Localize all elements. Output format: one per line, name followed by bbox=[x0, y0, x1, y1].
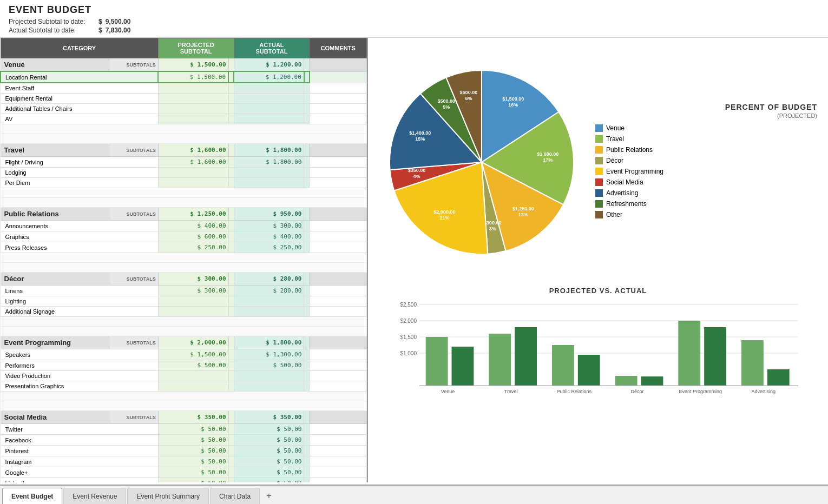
table-row[interactable]: LinkedIn $ 50.00 $ 50.00 bbox=[1, 478, 367, 483]
table-row[interactable]: Lighting bbox=[1, 296, 367, 307]
item-comments[interactable] bbox=[310, 424, 367, 435]
subtotals-label: SUBTOTALS bbox=[109, 336, 158, 349]
projected-header: PROJECTEDSUBTOTAL bbox=[158, 38, 234, 58]
table-row[interactable]: Facebook $ 50.00 $ 50.00 bbox=[1, 435, 367, 446]
table-row[interactable]: AV bbox=[1, 114, 367, 124]
tab-event-profit-summary[interactable]: Event Profit Summary bbox=[127, 488, 209, 504]
table-row[interactable]: Pinterest $ 50.00 $ 50.00 bbox=[1, 446, 367, 456]
item-comments[interactable] bbox=[310, 168, 367, 178]
table-row[interactable]: Flight / Driving $ 1,600.00 $ 1,800.00 bbox=[1, 157, 367, 168]
item-comments[interactable] bbox=[310, 221, 367, 231]
comments-cell[interactable] bbox=[310, 144, 367, 157]
spreadsheet[interactable]: CATEGORY PROJECTEDSUBTOTAL ACTUALSUBTOTA… bbox=[0, 38, 368, 482]
category-name: Travel bbox=[1, 144, 109, 157]
item-comments[interactable] bbox=[310, 83, 367, 94]
item-name: Lodging bbox=[1, 168, 158, 178]
tab-chart-data[interactable]: Chart Data bbox=[210, 488, 260, 504]
legend-item: Refreshments bbox=[595, 200, 817, 208]
legend-item: Event Programming bbox=[595, 168, 817, 175]
tab-event-revenue[interactable]: Event Revenue bbox=[63, 488, 126, 504]
blank-cell bbox=[1, 327, 367, 336]
tab-event-budget[interactable]: Event Budget bbox=[2, 488, 62, 504]
blank-row bbox=[1, 263, 367, 273]
item-actual-extra bbox=[304, 435, 310, 446]
item-comments[interactable] bbox=[310, 157, 367, 168]
table-row[interactable]: Speakers $ 1,500.00 $ 1,300.00 bbox=[1, 349, 367, 360]
blank-row bbox=[1, 401, 367, 411]
table-row[interactable]: Twitter $ 50.00 $ 50.00 bbox=[1, 424, 367, 435]
blank-row bbox=[1, 327, 367, 336]
item-comments[interactable] bbox=[310, 381, 367, 392]
item-projected-extra bbox=[228, 242, 234, 253]
item-actual-extra bbox=[304, 168, 310, 178]
comments-cell[interactable] bbox=[310, 58, 367, 72]
item-comments[interactable] bbox=[310, 242, 367, 253]
item-comments[interactable] bbox=[310, 456, 367, 467]
item-actual-extra bbox=[304, 221, 310, 231]
blank-row bbox=[1, 317, 367, 327]
item-comments[interactable] bbox=[310, 435, 367, 446]
projected-empty bbox=[228, 411, 234, 424]
table-row[interactable]: Event Staff bbox=[1, 83, 367, 94]
item-comments[interactable] bbox=[310, 104, 367, 114]
comments-cell[interactable] bbox=[310, 208, 367, 221]
item-projected: $ 400.00 bbox=[158, 221, 228, 231]
projected-subtotal-dollar: $ bbox=[98, 18, 102, 25]
actual-empty bbox=[304, 336, 310, 349]
item-comments[interactable] bbox=[310, 94, 367, 104]
table-row[interactable]: Additional Signage bbox=[1, 307, 367, 317]
item-actual-extra bbox=[304, 381, 310, 392]
table-row[interactable]: Announcements $ 400.00 $ 300.00 bbox=[1, 221, 367, 231]
table-row[interactable]: Graphics $ 600.00 $ 400.00 bbox=[1, 231, 367, 242]
table-row[interactable]: Video Production bbox=[1, 371, 367, 381]
projected-bar bbox=[426, 337, 448, 386]
table-row[interactable]: Lodging bbox=[1, 168, 367, 178]
item-actual bbox=[234, 94, 304, 104]
item-comments[interactable] bbox=[310, 478, 367, 483]
subtotal-row: Public Relations SUBTOTALS $ 1,250.00 $ … bbox=[1, 208, 367, 221]
item-comments[interactable] bbox=[310, 286, 367, 296]
comments-cell[interactable] bbox=[310, 411, 367, 424]
table-row[interactable]: Per Diem bbox=[1, 178, 367, 188]
item-comments[interactable] bbox=[310, 446, 367, 456]
item-comments[interactable] bbox=[310, 360, 367, 371]
table-row[interactable]: Presentation Graphics bbox=[1, 381, 367, 392]
item-actual: $ 1,200.00 bbox=[234, 71, 304, 83]
item-comments[interactable] bbox=[310, 71, 367, 83]
item-name: Per Diem bbox=[1, 178, 158, 188]
item-comments[interactable] bbox=[310, 178, 367, 188]
comments-cell[interactable] bbox=[310, 273, 367, 286]
table-row[interactable]: Press Releases $ 250.00 $ 250.00 bbox=[1, 242, 367, 253]
actual-bar bbox=[452, 347, 474, 386]
table-row[interactable]: Location Rental $ 1,500.00 $ 1,200.00 bbox=[1, 71, 367, 83]
item-comments[interactable] bbox=[310, 371, 367, 381]
blank-cell bbox=[1, 317, 367, 327]
table-row[interactable]: Additional Tables / Chairs bbox=[1, 104, 367, 114]
item-projected-extra bbox=[228, 424, 234, 435]
item-actual bbox=[234, 381, 304, 392]
table-row[interactable]: Google+ $ 50.00 $ 50.00 bbox=[1, 467, 367, 478]
table-row[interactable]: Equipment Rental bbox=[1, 94, 367, 104]
table-row[interactable]: Performers $ 500.00 $ 500.00 bbox=[1, 360, 367, 371]
item-projected: $ 1,600.00 bbox=[158, 157, 228, 168]
item-comments[interactable] bbox=[310, 296, 367, 307]
item-name: Event Staff bbox=[1, 83, 158, 94]
item-comments[interactable] bbox=[310, 114, 367, 124]
item-projected: $ 50.00 bbox=[158, 478, 228, 483]
table-row[interactable]: Instagram $ 50.00 $ 50.00 bbox=[1, 456, 367, 467]
svg-text:Public Relations: Public Relations bbox=[557, 389, 592, 394]
add-tab-button[interactable]: + bbox=[261, 488, 277, 504]
item-comments[interactable] bbox=[310, 467, 367, 478]
legend-and-title: PERCENT OF BUDGET (PROJECTED) Venue Trav… bbox=[584, 103, 817, 222]
pie-chart-svg: $1,500.0016%$1,600.0017%$1,250.0013%$300… bbox=[379, 59, 584, 265]
item-name: Flight / Driving bbox=[1, 157, 158, 168]
item-projected-extra bbox=[228, 114, 234, 124]
item-comments[interactable] bbox=[310, 307, 367, 317]
item-comments[interactable] bbox=[310, 231, 367, 242]
comments-cell[interactable] bbox=[310, 336, 367, 349]
item-comments[interactable] bbox=[310, 349, 367, 360]
item-actual: $ 280.00 bbox=[234, 286, 304, 296]
blank-cell bbox=[1, 198, 367, 208]
table-row[interactable]: Linens $ 300.00 $ 280.00 bbox=[1, 286, 367, 296]
item-projected-extra bbox=[228, 456, 234, 467]
